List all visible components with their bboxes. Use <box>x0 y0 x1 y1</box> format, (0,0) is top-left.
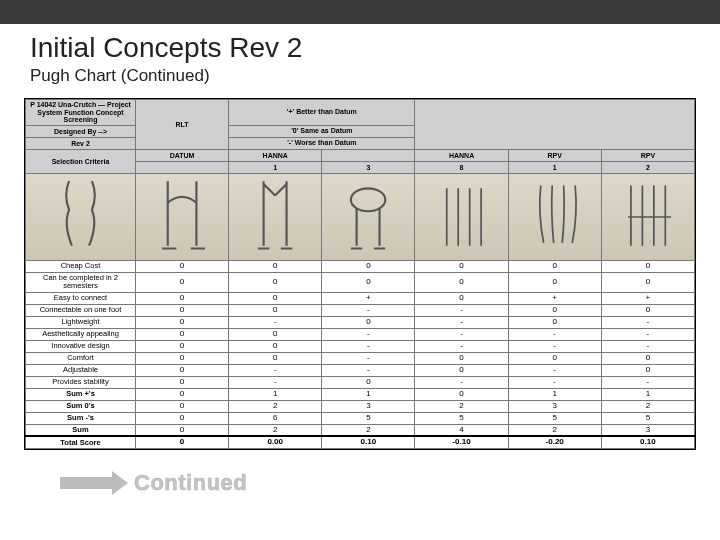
total-cell: 0.10 <box>322 436 415 448</box>
total-cell: 0.00 <box>229 436 322 448</box>
summary-row: Sum022423 <box>26 424 695 436</box>
summary-cell: 0 <box>136 400 229 412</box>
table-row: Aesthetically appealing00---- <box>26 328 695 340</box>
score-cell: 0 <box>229 304 322 316</box>
datum-label: DATUM <box>136 150 229 162</box>
score-cell: 0 <box>136 352 229 364</box>
sketch-cell <box>229 174 322 261</box>
score-cell: 0 <box>601 304 694 316</box>
score-cell: 0 <box>136 316 229 328</box>
summary-cell: 3 <box>322 400 415 412</box>
summary-cell: 2 <box>415 400 508 412</box>
score-cell: - <box>322 340 415 352</box>
score-cell: 0 <box>508 352 601 364</box>
table-row: Comfort00-000 <box>26 352 695 364</box>
summary-cell: 0 <box>136 424 229 436</box>
topbar <box>0 0 720 24</box>
criterion-label: Can be completed in 2 semesters <box>26 273 136 293</box>
score-cell: - <box>322 304 415 316</box>
score-cell: 0 <box>322 261 415 273</box>
designer-name: HANNA <box>415 150 508 162</box>
criterion-label: Aesthetically appealing <box>26 328 136 340</box>
concept-number: 1 <box>508 162 601 174</box>
designed-by-label: Designed By --> <box>26 126 136 138</box>
score-cell: 0 <box>508 273 601 293</box>
score-cell: - <box>601 328 694 340</box>
pugh-chart-table: P 14042 Una-Crutch — Project System Func… <box>25 99 695 449</box>
sketch-cell <box>322 174 415 261</box>
score-cell: 0 <box>415 292 508 304</box>
score-cell: - <box>415 328 508 340</box>
score-cell: 0 <box>508 316 601 328</box>
continued-arrow: Continued <box>60 470 720 496</box>
score-cell: - <box>415 376 508 388</box>
selection-criteria-heading: Selection Criteria <box>26 150 136 174</box>
score-cell: 0 <box>415 352 508 364</box>
score-cell: - <box>229 316 322 328</box>
rlt-header: RLT <box>136 100 229 150</box>
criterion-label: Lightweight <box>26 316 136 328</box>
score-cell: 0 <box>601 364 694 376</box>
summary-cell: 0 <box>136 388 229 400</box>
criterion-label: Adjustable <box>26 364 136 376</box>
summary-cell: 2 <box>601 400 694 412</box>
summary-cell: 6 <box>229 412 322 424</box>
score-cell: 0 <box>136 273 229 293</box>
legend-minus: '-' Worse than Datum <box>229 138 415 150</box>
concept-number: 2 <box>601 162 694 174</box>
score-cell: + <box>322 292 415 304</box>
score-cell: 0 <box>136 364 229 376</box>
score-cell: 0 <box>322 316 415 328</box>
summary-row: Sum 0's023232 <box>26 400 695 412</box>
legend-blank <box>415 100 695 150</box>
table-row: Connectable on one foot00--00 <box>26 304 695 316</box>
score-cell: 0 <box>229 340 322 352</box>
criterion-label: Cheap Cost <box>26 261 136 273</box>
page-subtitle: Pugh Chart (Continued) <box>30 66 720 86</box>
total-cell: 0.10 <box>601 436 694 448</box>
score-cell: 0 <box>136 376 229 388</box>
concept-number: 1 <box>229 162 322 174</box>
score-cell: 0 <box>229 273 322 293</box>
legend-zero: '0' Same as Datum <box>229 126 415 138</box>
score-cell: 0 <box>229 352 322 364</box>
summary-cell: 2 <box>508 424 601 436</box>
score-cell: - <box>508 376 601 388</box>
summary-cell: 5 <box>322 412 415 424</box>
score-cell: - <box>415 304 508 316</box>
score-cell: - <box>508 340 601 352</box>
summary-cell: 0 <box>136 412 229 424</box>
summary-row: Sum -'s065555 <box>26 412 695 424</box>
project-code: P 14042 Una-Crutch — Project System Func… <box>26 100 136 126</box>
summary-label: Sum <box>26 424 136 436</box>
score-cell: 0 <box>508 261 601 273</box>
table-row: Provides stability0-0--- <box>26 376 695 388</box>
concept-number <box>136 162 229 174</box>
table-row: Innovative design00---- <box>26 340 695 352</box>
score-cell: - <box>229 364 322 376</box>
arrow-shaft-icon <box>60 477 112 489</box>
summary-cell: 4 <box>415 424 508 436</box>
summary-label: Sum 0's <box>26 400 136 412</box>
score-cell: 0 <box>229 261 322 273</box>
table-row: Cheap Cost000000 <box>26 261 695 273</box>
designer-name: RPV <box>601 150 694 162</box>
score-cell: 0 <box>136 292 229 304</box>
concept-number: 8 <box>415 162 508 174</box>
score-cell: - <box>322 352 415 364</box>
score-cell: 0 <box>415 261 508 273</box>
summary-cell: 1 <box>601 388 694 400</box>
concept-number: 3 <box>322 162 415 174</box>
score-cell: + <box>508 292 601 304</box>
sketch-cell <box>136 174 229 261</box>
designer-name: RPV <box>508 150 601 162</box>
score-cell: - <box>508 328 601 340</box>
score-cell: 0 <box>322 376 415 388</box>
score-cell: - <box>322 364 415 376</box>
score-cell: 0 <box>229 292 322 304</box>
sketch-cell <box>508 174 601 261</box>
score-cell: 0 <box>601 261 694 273</box>
score-cell: 0 <box>229 328 322 340</box>
total-label: Total Score <box>26 436 136 448</box>
total-cell: 0 <box>136 436 229 448</box>
